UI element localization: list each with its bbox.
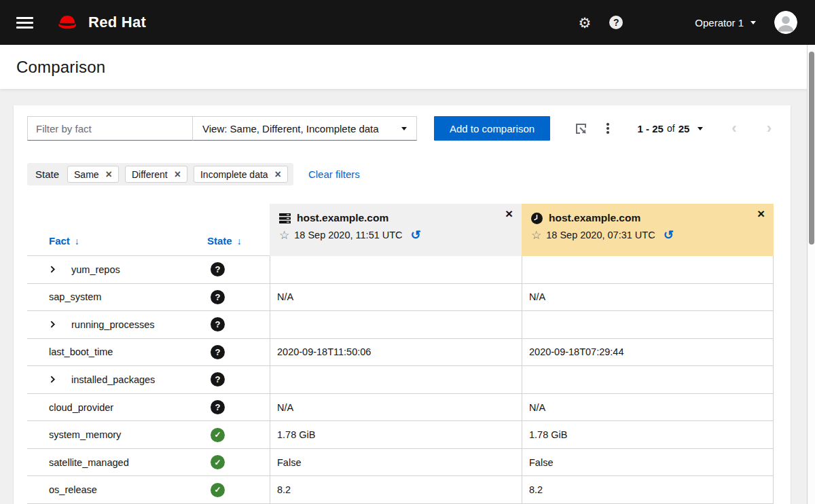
- state-cell: ✓: [207, 476, 270, 503]
- fact-cell: cloud_provider: [27, 394, 207, 421]
- pagination-range: 1 - 25: [638, 123, 664, 134]
- kebab-menu-icon[interactable]: [604, 122, 612, 135]
- filter-chip: Incomplete data ×: [194, 166, 288, 183]
- fact-name: os_release: [49, 484, 97, 495]
- table-body: yum_repos ? sap_system ? N/A N/A: [27, 256, 774, 504]
- chip-list: Same × Different × Incomplete data ×: [67, 166, 288, 183]
- table-row: yum_repos ?: [27, 256, 774, 284]
- fact-cell: yum_repos: [27, 256, 207, 283]
- brand-name: Red Hat: [88, 14, 146, 31]
- page-scrollbar-thumb[interactable]: [809, 52, 814, 245]
- add-to-comparison-button[interactable]: Add to comparison: [434, 116, 550, 141]
- host2-value: 2020-09-18T07:29:44: [522, 339, 774, 366]
- state-cell: ?: [207, 366, 270, 393]
- chip-label: Same: [74, 169, 99, 180]
- chip-label: Different: [132, 169, 168, 180]
- sort-descending-icon: ↓: [75, 236, 79, 247]
- chevron-right-icon: [49, 321, 56, 328]
- state-cell: ?: [207, 311, 270, 338]
- pagination-previous-button[interactable]: ‹: [731, 121, 736, 136]
- star-icon[interactable]: ☆: [531, 230, 541, 241]
- fact-name: satellite_managed: [49, 457, 129, 468]
- host-timestamp: 18 Sep 2020, 07:31 UTC: [546, 230, 655, 240]
- redhat-logo: Red Hat: [54, 13, 146, 32]
- state-same-icon: ✓: [211, 455, 225, 469]
- table-row: os_release ✓ 8.2 8.2: [27, 476, 774, 504]
- host2-value: [522, 366, 774, 393]
- state-cell: ?: [207, 256, 270, 283]
- fact-cell: last_boot_time: [27, 339, 207, 366]
- user-menu-label: Operator 1: [695, 17, 744, 29]
- expand-row-button[interactable]: [49, 376, 56, 383]
- export-icon[interactable]: [575, 122, 587, 135]
- fact-filter-input[interactable]: [27, 116, 192, 141]
- clear-filters-link[interactable]: Clear filters: [308, 168, 360, 180]
- nav-toggle-hamburger-icon[interactable]: [16, 17, 33, 29]
- host1-value: [270, 256, 522, 283]
- fact-header-label: Fact: [49, 235, 70, 247]
- host-timestamp: 18 Sep 2020, 11:51 UTC: [294, 230, 402, 240]
- chip-label: Incomplete data: [200, 169, 268, 180]
- host2-value: N/A: [522, 394, 774, 421]
- chevron-down-icon: [750, 21, 756, 24]
- avatar-icon: [774, 11, 797, 34]
- fact-name: running_processes: [71, 319, 155, 330]
- help-question-icon[interactable]: ?: [609, 16, 623, 29]
- table-row: system_memory ✓ 1.78 GiB 1.78 GiB: [27, 421, 774, 449]
- history-icon[interactable]: ↺: [664, 229, 674, 241]
- host-column-header-2: × host.example.com ☆ 18 Sep 2020, 07:31 …: [522, 204, 774, 256]
- table-header-row: Fact ↓ State ↓: [27, 204, 270, 256]
- fact-name: system_memory: [49, 429, 121, 440]
- chevron-right-icon: [49, 266, 56, 273]
- remove-host-close-icon[interactable]: ×: [505, 207, 513, 220]
- page-scrollbar-track[interactable]: [807, 45, 815, 504]
- host1-value: 2020-09-18T11:50:06: [270, 339, 522, 366]
- remove-host-close-icon[interactable]: ×: [757, 207, 765, 220]
- host1-value: N/A: [270, 394, 522, 421]
- fact-cell: satellite_managed: [27, 449, 207, 476]
- table-row: cloud_provider ? N/A N/A: [27, 394, 774, 422]
- host-name: host.example.com: [549, 212, 640, 224]
- user-menu[interactable]: Operator 1: [695, 17, 756, 29]
- table-row: satellite_managed ✓ False False: [27, 449, 774, 477]
- state-incomplete-icon: ?: [211, 372, 225, 386]
- fact-cell: os_release: [27, 476, 207, 503]
- chip-close-icon[interactable]: ×: [175, 169, 181, 180]
- pagination-dropdown[interactable]: 1 - 25 of 25: [638, 123, 704, 134]
- comparison-table: Fact ↓ State ↓ ×: [27, 204, 774, 504]
- redhat-fedora-icon: [54, 13, 81, 32]
- fact-cell: sap_system: [27, 284, 207, 311]
- state-incomplete-icon: ?: [211, 400, 225, 414]
- chip-close-icon[interactable]: ×: [275, 169, 281, 180]
- host1-value: N/A: [270, 284, 522, 311]
- server-icon: [279, 213, 291, 223]
- star-icon[interactable]: ☆: [279, 230, 289, 241]
- host1-value: 1.78 GiB: [270, 421, 522, 448]
- table-row: running_processes ?: [27, 311, 774, 339]
- table-row: sap_system ? N/A N/A: [27, 284, 774, 312]
- column-header-state[interactable]: State ↓: [207, 235, 242, 255]
- host-name: host.example.com: [297, 212, 388, 224]
- state-same-icon: ✓: [211, 483, 225, 497]
- expand-row-button[interactable]: [49, 266, 56, 273]
- clock-icon: [531, 213, 543, 224]
- pagination-next-button[interactable]: ›: [767, 121, 772, 136]
- history-icon[interactable]: ↺: [411, 229, 421, 241]
- host1-value: [270, 366, 522, 393]
- host1-value: [270, 311, 522, 338]
- user-avatar[interactable]: [774, 11, 797, 34]
- chevron-right-icon: [49, 376, 56, 383]
- page-header: Comparison: [0, 45, 815, 89]
- state-chip-group: State Same × Different × Incomplete data…: [27, 163, 293, 185]
- settings-gear-icon[interactable]: ⚙: [578, 16, 591, 30]
- state-same-icon: ✓: [211, 428, 225, 442]
- expand-row-button[interactable]: [49, 321, 56, 328]
- chip-close-icon[interactable]: ×: [106, 169, 112, 180]
- fact-name: installed_packages: [71, 374, 155, 385]
- pagination-of-label: of: [667, 123, 675, 134]
- view-filter-select[interactable]: View: Same, Different, Incomplete data: [192, 116, 417, 141]
- host1-value: False: [270, 449, 522, 476]
- host-column-header-1: × host.example.co: [270, 204, 522, 256]
- column-header-fact[interactable]: Fact ↓: [27, 235, 207, 255]
- state-header-label: State: [207, 235, 232, 247]
